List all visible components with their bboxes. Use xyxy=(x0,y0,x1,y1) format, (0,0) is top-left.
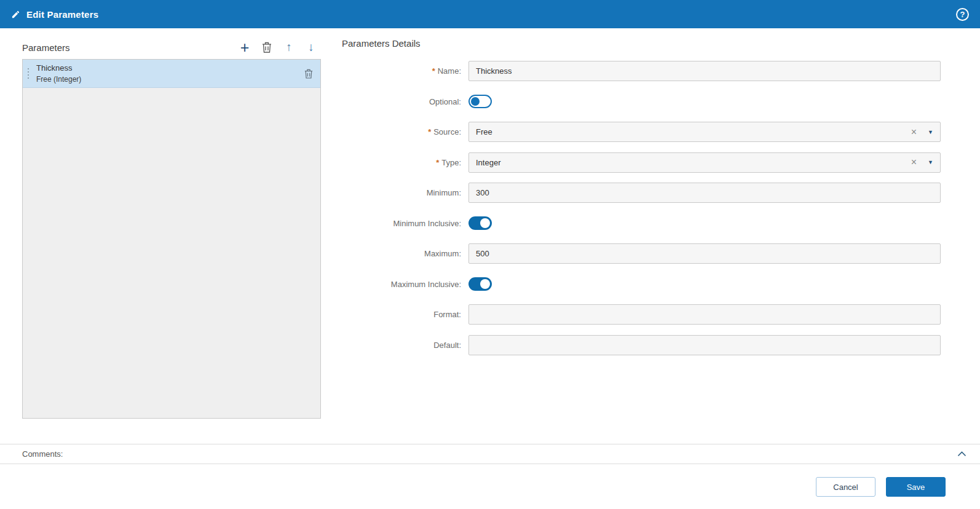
move-down-icon[interactable]: ↓ xyxy=(305,41,317,54)
name-input[interactable] xyxy=(468,61,941,81)
drag-handle-icon[interactable] xyxy=(25,68,31,79)
required-asterisk: * xyxy=(428,127,431,136)
default-input[interactable] xyxy=(468,335,941,355)
field-row-minimum: Minimum: xyxy=(342,183,941,203)
minimum-inclusive-toggle[interactable] xyxy=(468,216,492,230)
parameters-panel-title: Parameters xyxy=(22,42,70,53)
add-parameter-icon[interactable]: + xyxy=(239,41,251,54)
chevron-up-icon[interactable] xyxy=(957,451,966,457)
format-label: Format: xyxy=(342,310,468,319)
field-row-name: *Name: xyxy=(342,61,941,81)
item-trash-icon[interactable] xyxy=(304,69,313,79)
parameters-toolbar: + ↑ ↓ xyxy=(239,41,321,54)
field-row-minimum-inclusive: Minimum Inclusive: xyxy=(342,213,941,234)
comments-section: Comments: xyxy=(0,444,980,464)
format-input[interactable] xyxy=(468,304,941,325)
clear-icon[interactable]: × xyxy=(911,157,917,167)
chevron-down-icon[interactable]: ▼ xyxy=(928,159,933,165)
optional-toggle[interactable] xyxy=(468,95,492,108)
parameters-panel: Parameters + ↑ ↓ Thickness Free (Integer… xyxy=(22,36,321,419)
type-label: Type: xyxy=(441,158,461,167)
maximum-inclusive-label: Maximum Inclusive: xyxy=(342,280,468,289)
help-icon[interactable]: ? xyxy=(956,8,969,21)
delete-parameter-icon[interactable] xyxy=(261,41,273,54)
source-label: Source: xyxy=(433,127,461,136)
minimum-label: Minimum: xyxy=(342,188,468,197)
parameter-list-item-selected[interactable]: Thickness Free (Integer) xyxy=(23,60,320,88)
parameters-list[interactable]: Thickness Free (Integer) xyxy=(22,59,321,419)
details-title: Parameters Details xyxy=(342,38,941,49)
save-button[interactable]: Save xyxy=(886,477,946,497)
footer-actions: Cancel Save xyxy=(0,465,980,509)
maximum-label: Maximum: xyxy=(342,249,468,258)
edit-pencil-icon xyxy=(11,10,20,19)
title-bar: Edit Parameters ? xyxy=(0,0,980,28)
field-row-default: Default: xyxy=(342,335,941,355)
maximum-input[interactable] xyxy=(468,243,941,264)
clear-icon[interactable]: × xyxy=(911,127,917,137)
move-up-icon[interactable]: ↑ xyxy=(283,41,295,54)
field-row-type: *Type: Integer × ▼ xyxy=(342,152,941,173)
comments-label: Comments: xyxy=(22,449,63,459)
type-select[interactable]: Integer × ▼ xyxy=(468,152,941,173)
type-selected-value: Integer xyxy=(476,158,911,167)
required-asterisk: * xyxy=(432,66,435,76)
source-selected-value: Free xyxy=(476,127,911,136)
field-row-optional: Optional: xyxy=(342,92,941,112)
parameters-details-panel: Parameters Details *Name: Optional: *Sou… xyxy=(342,38,941,365)
minimum-inclusive-label: Minimum Inclusive: xyxy=(342,219,468,228)
field-row-maximum: Maximum: xyxy=(342,243,941,264)
chevron-down-icon[interactable]: ▼ xyxy=(928,129,933,135)
field-row-maximum-inclusive: Maximum Inclusive: xyxy=(342,274,941,294)
optional-label: Optional: xyxy=(342,97,468,106)
source-select[interactable]: Free × ▼ xyxy=(468,122,941,142)
default-label: Default: xyxy=(342,341,468,350)
name-label: Name: xyxy=(438,66,461,76)
cancel-button[interactable]: Cancel xyxy=(816,477,875,497)
required-asterisk: * xyxy=(436,158,439,167)
maximum-inclusive-toggle[interactable] xyxy=(468,277,492,291)
parameter-item-name: Thickness xyxy=(36,63,81,73)
minimum-input[interactable] xyxy=(468,183,941,203)
page-title: Edit Parameters xyxy=(26,9,98,20)
field-row-format: Format: xyxy=(342,304,941,325)
parameter-item-subtitle: Free (Integer) xyxy=(36,75,81,84)
field-row-source: *Source: Free × ▼ xyxy=(342,122,941,142)
